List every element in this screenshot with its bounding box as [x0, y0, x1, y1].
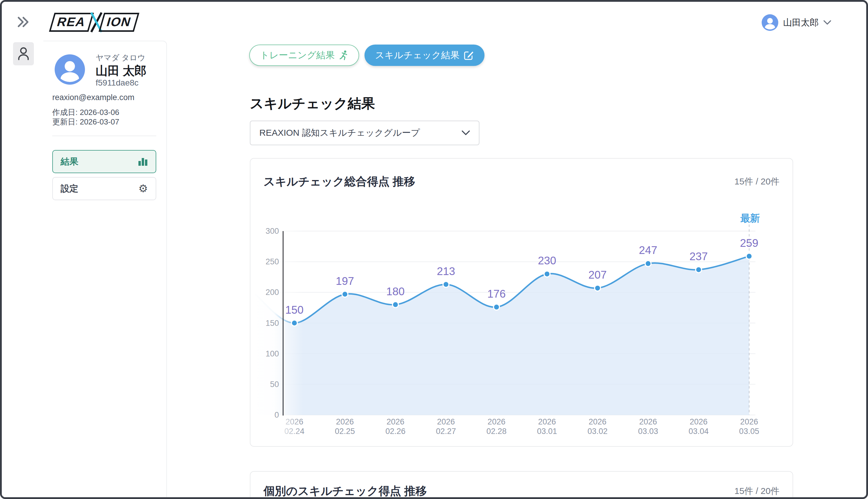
profile-user-id: f5911dae8c	[96, 78, 138, 88]
x-tick-label: 202603.02	[588, 417, 608, 436]
profile-rail-button[interactable]	[13, 42, 34, 65]
person-icon	[17, 47, 30, 61]
edit-icon	[464, 50, 474, 60]
y-tick-label: 0	[274, 411, 279, 419]
gear-icon: ⚙	[138, 183, 148, 194]
user-avatar-icon	[762, 14, 778, 31]
profile-name-kana: ヤマダ タロウ	[96, 52, 145, 63]
data-point-label: 180	[386, 285, 405, 297]
data-point[interactable]	[493, 304, 499, 310]
profile-updated-date: 更新日: 2026-03-07	[52, 117, 119, 127]
data-point-label: 259	[740, 237, 758, 249]
y-tick-label: 150	[266, 319, 279, 328]
profile-email: reaxion@example.com	[52, 93, 135, 102]
data-point[interactable]	[392, 302, 398, 308]
chevron-down-icon	[462, 130, 470, 135]
profile-avatar-icon	[55, 54, 85, 85]
y-tick-label: 250	[266, 257, 279, 266]
individual-score-card: 個別のスキルチェック得点 推移 15件 / 20件	[250, 471, 793, 499]
record-count: 15件 / 20件	[734, 485, 780, 497]
chevron-down-icon	[823, 20, 831, 25]
divider	[52, 136, 156, 136]
x-tick-label: 202602.27	[436, 417, 456, 436]
sidebar-item-settings[interactable]: 設定 ⚙	[52, 177, 156, 200]
data-point-label: 237	[689, 251, 708, 263]
tab-label: スキルチェック結果	[375, 49, 460, 61]
result-tabs: トレーニング結果 スキルチェック結果	[249, 45, 485, 66]
runner-icon	[339, 50, 349, 60]
card-title: 個別のスキルチェック得点 推移	[264, 484, 427, 499]
x-tick-label: 202602.25	[335, 417, 355, 436]
logo-right-box: ION	[99, 13, 139, 32]
data-point[interactable]	[544, 271, 550, 277]
x-tick-label: 202602.28	[487, 417, 507, 436]
data-point[interactable]	[443, 282, 449, 288]
app-window: REA ION 山田太郎 ヤマダ タロウ 山田 太郎 f5911dae8c re…	[0, 0, 868, 499]
sidebar-item-results[interactable]: 結果	[52, 150, 156, 173]
y-tick-label: 50	[270, 380, 279, 389]
data-point-label: 207	[588, 269, 607, 281]
page-title: スキルチェック結果	[250, 95, 375, 113]
data-point-label: 230	[538, 255, 557, 267]
score-trend-chart: 202602.24202602.25202602.26202602.272026…	[250, 159, 794, 447]
data-point-label: 197	[336, 275, 354, 287]
group-select-value: REAXION 認知スキルチェックグループ	[259, 127, 420, 139]
logo-left-box: REA	[49, 13, 94, 32]
x-tick-label: 202603.03	[638, 417, 658, 436]
x-tick-label: 202603.05	[739, 417, 759, 436]
bar-chart-icon	[138, 157, 148, 166]
latest-label: 最新	[740, 213, 760, 224]
data-point[interactable]	[696, 267, 702, 273]
profile-created-date: 作成日: 2026-03-06	[52, 107, 119, 118]
tab-label: トレーニング結果	[260, 49, 335, 61]
x-tick-label: 202602.26	[385, 417, 405, 436]
sidebar-item-label: 設定	[61, 183, 78, 195]
data-point-label: 247	[639, 244, 657, 256]
score-trend-card: スキルチェック総合得点 推移 15件 / 20件 202602.24202602…	[250, 158, 793, 447]
tab-skillcheck-results[interactable]: スキルチェック結果	[365, 45, 485, 66]
profile-panel: ヤマダ タロウ 山田 太郎 f5911dae8c reaxion@example…	[44, 41, 167, 497]
data-point[interactable]	[291, 320, 297, 326]
left-fade-overlay	[250, 219, 303, 443]
reaxion-logo: REA ION	[52, 13, 136, 32]
x-tick-label: 202603.01	[537, 417, 557, 436]
x-tick-label: 202603.04	[688, 417, 709, 436]
y-tick-label: 100	[266, 349, 279, 358]
data-point[interactable]	[746, 253, 752, 259]
user-menu[interactable]: 山田太郎	[762, 14, 831, 31]
y-tick-label: 200	[266, 288, 279, 297]
user-name: 山田太郎	[783, 17, 819, 29]
left-rail	[2, 2, 44, 497]
profile-name: 山田 太郎	[96, 63, 146, 79]
y-tick-label: 300	[266, 227, 279, 235]
data-point-label: 176	[488, 288, 506, 300]
chart-area	[256, 256, 749, 415]
sidebar-item-label: 結果	[61, 156, 78, 168]
expand-sidebar-icon[interactable]	[17, 16, 30, 28]
group-select[interactable]: REAXION 認知スキルチェックグループ	[250, 121, 479, 145]
tab-training-results[interactable]: トレーニング結果	[249, 45, 359, 66]
data-point-label: 150	[285, 304, 304, 316]
data-point[interactable]	[342, 291, 348, 297]
data-point[interactable]	[645, 260, 651, 266]
data-point[interactable]	[595, 285, 601, 291]
data-point-label: 213	[437, 265, 455, 277]
